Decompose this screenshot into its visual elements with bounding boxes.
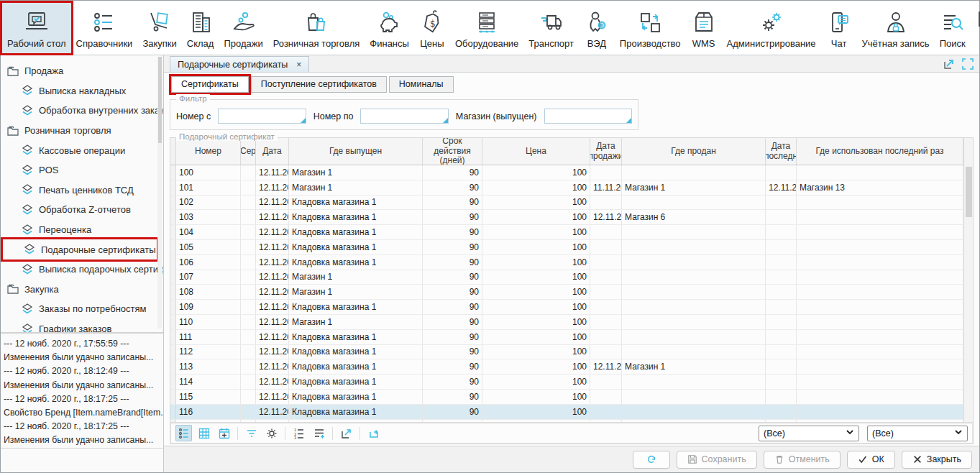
- grid-view-icon: [198, 427, 211, 440]
- table-row[interactable]: 10412.11.20Кладовка магазина 190100: [170, 225, 963, 240]
- table-row[interactable]: 10712.11.20Магазин 190100: [170, 270, 963, 285]
- filter-dropdown-1[interactable]: (Все): [867, 426, 968, 441]
- toolbar-item-retail[interactable]: Розничная торговля: [268, 3, 365, 53]
- toolbar-item-production[interactable]: Производство: [615, 3, 686, 53]
- references-icon: [91, 9, 117, 38]
- toolbar-item-finance[interactable]: Финансы: [365, 3, 414, 53]
- toolbar-item-desktop[interactable]: Рабочий стол: [2, 3, 71, 53]
- settings-gear-button[interactable]: [263, 425, 280, 441]
- table-row[interactable]: 10512.11.20Кладовка магазина 190100: [170, 240, 963, 255]
- toolbar-item-account[interactable]: Учётная запись: [857, 3, 935, 53]
- table-row[interactable]: 11412.11.20Кладовка магазина 190100: [170, 375, 963, 390]
- save-button[interactable]: Сохранить: [677, 451, 757, 469]
- table-row[interactable]: 11012.11.20Магазин 190100: [170, 315, 963, 330]
- table-vertical-scrollbar[interactable]: [963, 138, 973, 422]
- filter-input-0[interactable]: [218, 109, 306, 124]
- column-header[interactable]: Дата продажи: [590, 138, 622, 165]
- column-header[interactable]: Где использован последний раз: [797, 138, 963, 165]
- tree-scrollbar-thumb[interactable]: [158, 57, 162, 143]
- tree-item[interactable]: Печать ценников ТСД: [1, 180, 163, 201]
- row-gutter: [170, 345, 176, 360]
- column-header[interactable]: Где продан: [622, 138, 766, 165]
- filter-dropdown-0[interactable]: (Все): [759, 426, 859, 441]
- reload-icon: [367, 427, 380, 440]
- fullscreen-icon[interactable]: [962, 58, 974, 70]
- table-row[interactable]: 10012.11.20Магазин 190100: [170, 165, 963, 180]
- table-row[interactable]: 11712.11.20Кладовка магазина 190100: [170, 420, 963, 422]
- tab-close-icon[interactable]: ×: [296, 60, 301, 70]
- filter-input-1[interactable]: [360, 109, 448, 124]
- column-header[interactable]: Где выпущен: [289, 138, 423, 165]
- reload-button[interactable]: [365, 425, 382, 441]
- refresh-button[interactable]: [633, 451, 670, 469]
- table-cell: 115: [176, 390, 241, 405]
- toolbar-item-search[interactable]: Поиск: [935, 3, 971, 53]
- tree-item[interactable]: Обработка Z-отчетов: [1, 200, 163, 220]
- subtab-Номиналы[interactable]: Номиналы: [389, 76, 454, 93]
- ok-button[interactable]: ОК: [847, 451, 895, 469]
- table-cell: Кладовка магазина 1: [289, 420, 423, 422]
- column-header[interactable]: Цена: [482, 138, 590, 165]
- tree-item[interactable]: Подарочные сертификаты: [3, 239, 157, 260]
- tree-item[interactable]: Закупка: [1, 280, 163, 300]
- open-external-button[interactable]: [338, 425, 354, 441]
- numbered-list-button[interactable]: 123: [290, 425, 307, 441]
- table-row[interactable]: 11512.11.20Кладовка магазина 190100: [170, 390, 963, 405]
- filter-funnel-button[interactable]: [243, 425, 260, 441]
- toolbar-item-purchases[interactable]: Закупки: [137, 3, 181, 53]
- toolbar-item-admin[interactable]: Администрирование: [722, 3, 821, 53]
- tree-item[interactable]: Графики заказов: [1, 319, 163, 334]
- tree-item[interactable]: Кассовые операции: [1, 140, 163, 160]
- tree-item[interactable]: Переоценка: [1, 220, 163, 240]
- column-header[interactable]: Срок действия (дней): [423, 138, 482, 165]
- tree-item[interactable]: POS: [1, 160, 163, 180]
- table-row[interactable]: 11112.11.20Кладовка магазина 190100: [170, 330, 963, 345]
- table-row[interactable]: 10212.11.20Кладовка магазина 190100: [170, 196, 963, 211]
- document-tab[interactable]: Подарочные сертификаты ×: [170, 56, 309, 72]
- toolbar-item-references[interactable]: Справочники: [71, 3, 138, 53]
- table-row[interactable]: 10112.11.20Магазин 19010011.11.20Магазин…: [170, 180, 963, 196]
- close-button[interactable]: Закрыть: [902, 451, 972, 469]
- tree-item[interactable]: Выписка подарочных сертифик: [1, 260, 163, 280]
- table-cell: [766, 375, 797, 390]
- column-header[interactable]: Дата: [256, 138, 289, 165]
- table-row[interactable]: 11212.11.20Кладовка магазина 190100: [170, 345, 963, 360]
- column-header[interactable]: Дата последн: [766, 138, 797, 165]
- toolbar-item-ved[interactable]: ВЭД: [579, 3, 615, 53]
- cancel-button[interactable]: Отменить: [764, 451, 841, 469]
- rows-view-button[interactable]: [175, 425, 192, 441]
- table-row[interactable]: 10812.11.20Магазин 190100: [170, 285, 963, 300]
- toolbar-item-transport[interactable]: Транспорт: [523, 3, 579, 53]
- table-row[interactable]: 10912.11.20Кладовка магазина 190100: [170, 300, 963, 315]
- subtab-Сертификаты[interactable]: Сертификаты: [171, 76, 249, 93]
- table-cell: Магазин 13: [797, 180, 963, 196]
- toolbar-item-warehouse[interactable]: Склад: [182, 3, 219, 53]
- tree-scrollbar[interactable]: [157, 57, 162, 329]
- column-header[interactable]: Сер: [241, 138, 256, 165]
- grid-view-button[interactable]: [196, 425, 212, 441]
- toolbar-item-chat[interactable]: Чат: [821, 3, 857, 53]
- tree-item[interactable]: Продажа: [1, 61, 163, 81]
- tree-item[interactable]: Заказы по потребностям: [1, 299, 163, 319]
- add-row-button[interactable]: [311, 425, 327, 441]
- table-cell: [622, 240, 766, 255]
- table-row[interactable]: 11612.11.20Кладовка магазина 190100: [170, 405, 963, 420]
- subtab-Поступление сертификатов[interactable]: Поступление сертификатов: [251, 76, 387, 93]
- table-scrollbar-thumb[interactable]: [966, 167, 972, 217]
- toolbar-item-bi[interactable]: BI: [971, 3, 980, 53]
- filter-input-2[interactable]: [544, 109, 632, 124]
- table-row[interactable]: 11312.11.20Кладовка магазина 19010012.11…: [170, 359, 963, 375]
- table-row[interactable]: 10312.11.20Кладовка магазина 19010012.11…: [170, 210, 963, 225]
- table-cell: 12.11.20: [256, 390, 289, 405]
- toolbar-item-sales[interactable]: Продажи: [219, 3, 267, 53]
- tree-item[interactable]: Выписка накладных: [1, 81, 163, 101]
- tree-item[interactable]: Обработка внутренних заказов: [1, 101, 163, 121]
- calendar-button[interactable]: [216, 425, 232, 441]
- toolbar-item-prices[interactable]: $Цены: [414, 3, 450, 53]
- table-row[interactable]: 10612.11.20Кладовка магазина 190100: [170, 255, 963, 270]
- toolbar-item-equipment[interactable]: Оборудование: [450, 3, 523, 53]
- tree-item[interactable]: Розничная торговля: [1, 121, 163, 141]
- open-external-icon[interactable]: [943, 58, 955, 70]
- column-header[interactable]: Номер: [176, 138, 241, 165]
- toolbar-item-wms[interactable]: WMS: [686, 3, 722, 53]
